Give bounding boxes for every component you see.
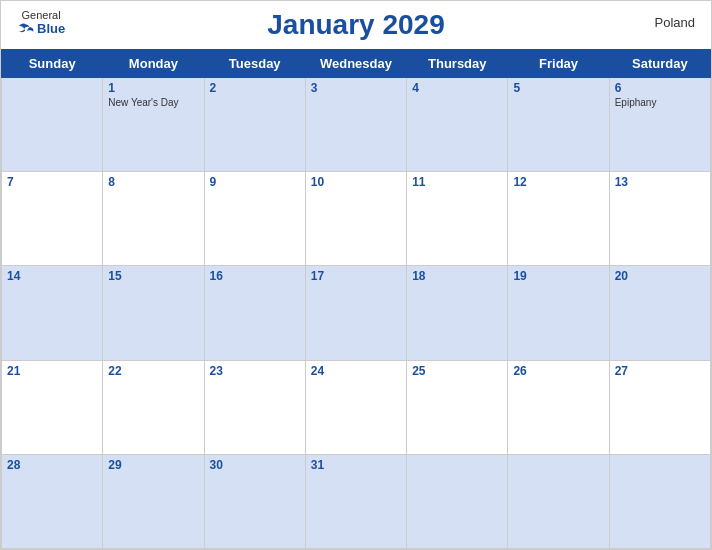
day-number: 16 xyxy=(210,269,300,283)
logo-bird-icon xyxy=(17,22,35,36)
calendar-cell: 10 xyxy=(305,172,406,266)
col-wednesday: Wednesday xyxy=(305,50,406,78)
day-number: 11 xyxy=(412,175,502,189)
calendar-cell: 4 xyxy=(407,78,508,172)
calendar-cell: 30 xyxy=(204,454,305,548)
day-number: 8 xyxy=(108,175,198,189)
day-number: 2 xyxy=(210,81,300,95)
calendar-cell: 7 xyxy=(2,172,103,266)
col-sunday: Sunday xyxy=(2,50,103,78)
day-number: 14 xyxy=(7,269,97,283)
calendar-cell xyxy=(508,454,609,548)
country-label: Poland xyxy=(655,15,695,30)
day-number: 24 xyxy=(311,364,401,378)
calendar-cell: 31 xyxy=(305,454,406,548)
calendar-cell: 18 xyxy=(407,266,508,360)
day-number: 6 xyxy=(615,81,705,95)
calendar-week-row: 21222324252627 xyxy=(2,360,711,454)
day-number: 31 xyxy=(311,458,401,472)
calendar-cell: 20 xyxy=(609,266,710,360)
col-tuesday: Tuesday xyxy=(204,50,305,78)
day-number: 17 xyxy=(311,269,401,283)
calendar-cell: 8 xyxy=(103,172,204,266)
calendar-week-row: 78910111213 xyxy=(2,172,711,266)
calendar-cell: 23 xyxy=(204,360,305,454)
logo-blue-text: Blue xyxy=(17,21,65,36)
day-number: 4 xyxy=(412,81,502,95)
calendar-title: January 2029 xyxy=(267,9,444,41)
calendar-cell: 19 xyxy=(508,266,609,360)
day-number: 3 xyxy=(311,81,401,95)
day-number: 5 xyxy=(513,81,603,95)
calendar-week-row: 28293031 xyxy=(2,454,711,548)
calendar-cell: 27 xyxy=(609,360,710,454)
calendar-cell xyxy=(2,78,103,172)
calendar-container: General Blue January 2029 Poland Sunday … xyxy=(0,0,712,550)
holiday-label: New Year's Day xyxy=(108,97,198,109)
logo-general-text: General xyxy=(22,9,61,21)
calendar-cell: 22 xyxy=(103,360,204,454)
calendar-cell: 24 xyxy=(305,360,406,454)
calendar-cell: 11 xyxy=(407,172,508,266)
day-number: 27 xyxy=(615,364,705,378)
calendar-cell: 26 xyxy=(508,360,609,454)
calendar-header: General Blue January 2029 Poland xyxy=(1,1,711,49)
calendar-cell: 15 xyxy=(103,266,204,360)
day-number: 18 xyxy=(412,269,502,283)
calendar-cell: 21 xyxy=(2,360,103,454)
day-number: 28 xyxy=(7,458,97,472)
calendar-cell: 6Epiphany xyxy=(609,78,710,172)
day-number: 1 xyxy=(108,81,198,95)
calendar-cell xyxy=(407,454,508,548)
calendar-cell: 25 xyxy=(407,360,508,454)
day-number: 20 xyxy=(615,269,705,283)
day-number: 13 xyxy=(615,175,705,189)
calendar-week-row: 1New Year's Day23456Epiphany xyxy=(2,78,711,172)
col-saturday: Saturday xyxy=(609,50,710,78)
calendar-cell: 9 xyxy=(204,172,305,266)
day-number: 21 xyxy=(7,364,97,378)
day-number: 25 xyxy=(412,364,502,378)
col-friday: Friday xyxy=(508,50,609,78)
day-number: 23 xyxy=(210,364,300,378)
day-number: 10 xyxy=(311,175,401,189)
day-number: 12 xyxy=(513,175,603,189)
day-number: 15 xyxy=(108,269,198,283)
calendar-cell: 13 xyxy=(609,172,710,266)
calendar-cell: 28 xyxy=(2,454,103,548)
holiday-label: Epiphany xyxy=(615,97,705,109)
calendar-table: Sunday Monday Tuesday Wednesday Thursday… xyxy=(1,49,711,549)
day-number: 7 xyxy=(7,175,97,189)
calendar-cell: 17 xyxy=(305,266,406,360)
calendar-cell xyxy=(609,454,710,548)
day-number: 30 xyxy=(210,458,300,472)
col-thursday: Thursday xyxy=(407,50,508,78)
col-monday: Monday xyxy=(103,50,204,78)
calendar-cell: 1New Year's Day xyxy=(103,78,204,172)
day-number: 19 xyxy=(513,269,603,283)
logo-area: General Blue xyxy=(17,9,65,36)
days-header-row: Sunday Monday Tuesday Wednesday Thursday… xyxy=(2,50,711,78)
calendar-cell: 29 xyxy=(103,454,204,548)
calendar-week-row: 14151617181920 xyxy=(2,266,711,360)
calendar-cell: 16 xyxy=(204,266,305,360)
day-number: 9 xyxy=(210,175,300,189)
calendar-cell: 12 xyxy=(508,172,609,266)
calendar-cell: 5 xyxy=(508,78,609,172)
day-number: 22 xyxy=(108,364,198,378)
calendar-cell: 14 xyxy=(2,266,103,360)
day-number: 29 xyxy=(108,458,198,472)
calendar-cell: 2 xyxy=(204,78,305,172)
day-number: 26 xyxy=(513,364,603,378)
calendar-cell: 3 xyxy=(305,78,406,172)
